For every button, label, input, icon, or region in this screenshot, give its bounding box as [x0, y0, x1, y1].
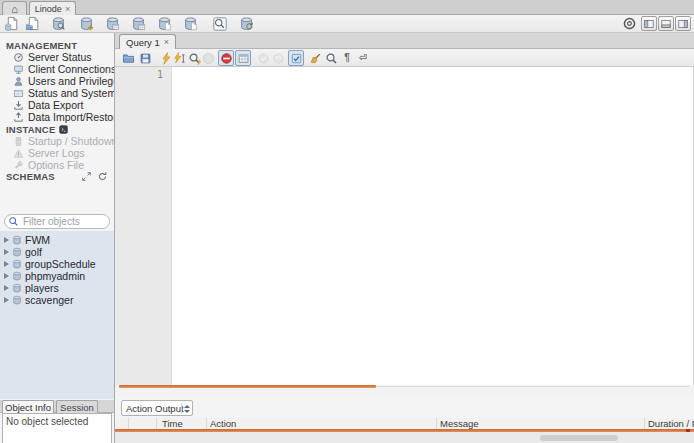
tab-label: Object Info [5, 402, 51, 413]
sidebar-item-label: Options File [28, 159, 84, 171]
schemas-title-label: SCHEMAS [6, 171, 55, 182]
toggle-autocommit-button[interactable] [288, 50, 304, 66]
home-icon: ⌂ [11, 4, 18, 14]
search-settings-button[interactable] [620, 15, 638, 32]
schema-item-golf[interactable]: golf [0, 246, 114, 258]
column-separator [206, 418, 207, 429]
schema-item-players[interactable]: players [0, 282, 114, 294]
column-header-duration[interactable]: Duration / Fetch [648, 418, 694, 429]
server-logs-icon [13, 148, 24, 159]
beautify-button[interactable] [307, 50, 323, 66]
schema-item-fwm[interactable]: FWM [0, 234, 114, 246]
open-file-icon [122, 52, 135, 65]
sidebar-item-client-connections[interactable]: Client Connections [0, 63, 114, 75]
open-sql-script-button[interactable] [24, 15, 42, 32]
connection-tab-linode[interactable]: Linode × [29, 1, 76, 15]
open-script-button[interactable] [120, 50, 136, 66]
toggle-stop-on-error-button[interactable] [218, 50, 234, 66]
explain-icon [188, 52, 201, 65]
sidebar-item-status-system-variables[interactable]: Status and System Variables [0, 87, 114, 99]
home-tab[interactable]: ⌂ [2, 1, 27, 15]
output-type-select[interactable]: Action Output [121, 400, 193, 416]
reconnect-dbms-button[interactable] [237, 15, 255, 32]
search-table-data-button[interactable] [210, 15, 228, 32]
create-function-button[interactable] [181, 15, 199, 32]
limit-rows-button[interactable] [235, 50, 251, 66]
schema-item-scavenger[interactable]: scavenger [0, 294, 114, 306]
sidebar-item-options-file[interactable]: Options File [0, 159, 114, 171]
invisible-chars-button[interactable]: ¶ [339, 50, 355, 66]
rollback-icon [272, 52, 285, 65]
column-header-action[interactable]: Action [210, 418, 236, 429]
expand-arrow-icon[interactable] [4, 261, 9, 267]
create-table-icon [105, 16, 120, 31]
sidebar-item-startup-shutdown[interactable]: Startup / Shutdown [0, 135, 114, 147]
new-sql-tab-button[interactable] [3, 15, 21, 32]
schema-icon [12, 259, 22, 269]
stop-button[interactable] [200, 50, 216, 66]
schema-item-phpmyadmin[interactable]: phpmyadmin [0, 270, 114, 282]
wrap-text-button[interactable]: ⏎ [355, 50, 371, 66]
expand-arrow-icon[interactable] [4, 273, 9, 279]
toggle-left-panel-button[interactable] [641, 16, 657, 31]
sidebar-item-label: Server Status [28, 51, 92, 63]
schema-list: FWM golf groupSchedule phpmyadmin player… [0, 231, 114, 399]
output-table-header: Time Action Message Duration / Fetch [115, 418, 694, 429]
create-schema-button[interactable] [77, 15, 95, 32]
line-number-gutter: 1 [115, 67, 172, 385]
expand-icon [81, 171, 92, 182]
expand-arrow-icon[interactable] [4, 285, 9, 291]
schema-item-groupschedule[interactable]: groupSchedule [0, 258, 114, 270]
close-icon[interactable]: × [164, 37, 169, 47]
toggle-right-panel-button[interactable] [675, 16, 691, 31]
save-script-button[interactable] [137, 50, 153, 66]
limit-rows-grid-icon [237, 52, 250, 65]
close-icon[interactable]: × [65, 4, 70, 14]
sidebar-item-server-logs[interactable]: Server Logs [0, 147, 114, 159]
expand-arrow-icon[interactable] [4, 297, 9, 303]
find-magnifier-icon [325, 52, 338, 65]
commit-button[interactable] [255, 50, 271, 66]
create-table-button[interactable] [103, 15, 121, 32]
sidebar-item-data-import[interactable]: Data Import/Restore [0, 111, 114, 123]
expand-schemas-button[interactable] [81, 171, 92, 182]
management-title-label: MANAGEMENT [6, 40, 77, 51]
schema-label: scavenger [25, 294, 73, 306]
schema-label: phpmyadmin [25, 270, 85, 282]
reconnect-dbms-icon [239, 16, 254, 31]
panel-splitter[interactable] [115, 388, 694, 396]
create-procedure-button[interactable] [155, 15, 173, 32]
sidebar-item-data-export[interactable]: Data Export [0, 99, 114, 111]
users-icon [13, 76, 24, 87]
tab-session[interactable]: Session [56, 400, 98, 413]
select-spinner-icon[interactable] [181, 403, 190, 414]
output-select-label: Action Output [126, 403, 184, 414]
inspector-button[interactable] [49, 15, 67, 32]
query-tab-label: Query 1 [126, 37, 160, 48]
find-button[interactable] [323, 50, 339, 66]
sql-code-editor[interactable]: 1 [115, 67, 694, 385]
object-info-text: No object selected [6, 416, 88, 427]
tab-query-1[interactable]: Query 1 × [119, 34, 176, 49]
panel-left-icon [643, 18, 655, 30]
create-view-icon [131, 16, 146, 31]
refresh-schemas-button[interactable] [97, 171, 108, 182]
main-toolbar [0, 15, 694, 33]
toggle-bottom-panel-button[interactable] [658, 16, 674, 31]
schema-filter-input[interactable] [4, 214, 110, 229]
create-schema-icon [79, 16, 94, 31]
instance-badge-icon [58, 124, 69, 135]
column-header-time[interactable]: Time [162, 418, 183, 429]
startup-shutdown-icon [13, 136, 24, 147]
tab-object-info[interactable]: Object Info [2, 400, 54, 413]
expand-arrow-icon[interactable] [4, 237, 9, 243]
sidebar-item-server-status[interactable]: Server Status [0, 51, 114, 63]
sql-editor-region: Query 1 × ¶ ⏎ 1 [115, 33, 694, 443]
rollback-button[interactable] [270, 50, 286, 66]
expand-arrow-icon[interactable] [4, 249, 9, 255]
create-view-button[interactable] [129, 15, 147, 32]
output-scrollbar-thumb[interactable] [540, 435, 618, 441]
column-header-message[interactable]: Message [440, 418, 479, 429]
column-separator [436, 418, 437, 429]
sidebar-item-users-privileges[interactable]: Users and Privileges [0, 75, 114, 87]
